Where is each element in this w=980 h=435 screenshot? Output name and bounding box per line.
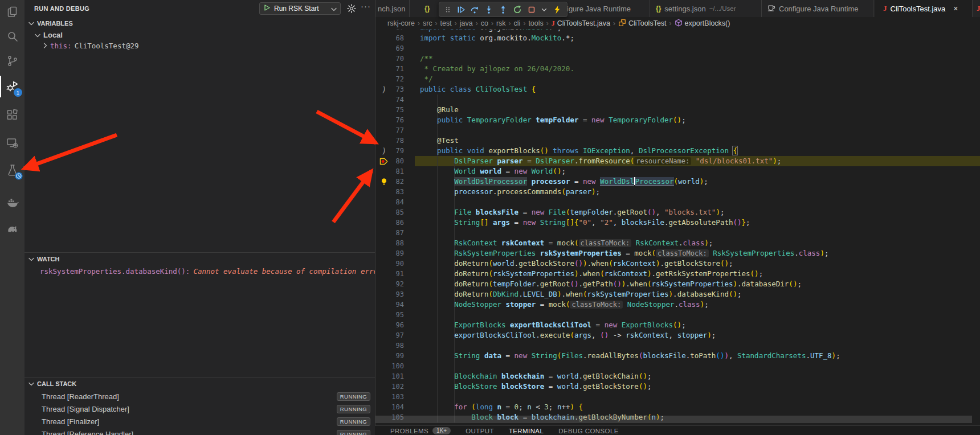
chevron-down-icon[interactable] [541, 6, 548, 13]
more-actions-icon[interactable]: ··· [361, 1, 371, 11]
gutter[interactable] [378, 33, 390, 43]
tab-configure-java-runtime-partial[interactable]: igure Java Runtime [567, 0, 631, 17]
tab-clitoolstest-java[interactable]: JCliToolsTest.java× [883, 0, 958, 17]
breadcrumb-item[interactable]: co [481, 19, 488, 27]
gutter[interactable] [378, 330, 390, 340]
code-line-98[interactable]: 98 [375, 340, 980, 351]
step-into-icon[interactable] [484, 5, 493, 14]
line-number[interactable]: 84 [390, 197, 404, 207]
gutter[interactable] [378, 320, 390, 330]
breadcrumb-item[interactable]: rskj-core [387, 19, 415, 27]
gear-icon[interactable] [347, 4, 356, 15]
gutter[interactable] [378, 299, 390, 310]
code-line-71[interactable]: 71 * Created by ajlopez on 26/04/2020. [375, 64, 980, 74]
line-number[interactable]: 95 [390, 310, 404, 320]
line-number[interactable]: 93 [390, 289, 404, 299]
activity-item-extensions[interactable] [0, 103, 24, 128]
activity-item-gradle[interactable] [0, 217, 24, 242]
line-number[interactable]: 78 [390, 136, 404, 146]
variable-this[interactable]: this: CliToolsTest@29 [24, 40, 375, 51]
tab-next-java-file[interactable]: J [977, 0, 980, 17]
code-line-87[interactable]: 87 [375, 228, 980, 238]
panel-tab-debug-console[interactable]: DEBUG CONSOLE [558, 428, 619, 434]
gutter[interactable] [378, 43, 390, 54]
code-line-73[interactable]: )73public class CliToolsTest { [375, 84, 980, 95]
gutter[interactable] [378, 402, 390, 412]
stop-icon[interactable] [527, 5, 536, 14]
step-out-icon[interactable] [499, 5, 508, 14]
gutter[interactable] [378, 392, 390, 402]
stackframe-arc-icon[interactable]: ) [378, 84, 390, 95]
gutter[interactable] [378, 197, 390, 207]
call-stack-header[interactable]: CALL STACK [24, 377, 375, 390]
code-line-84[interactable]: 84 [375, 197, 980, 207]
line-number[interactable]: 102 [390, 381, 404, 392]
close-icon[interactable]: × [953, 4, 958, 13]
gutter[interactable] [378, 310, 390, 320]
code-line-95[interactable]: 95 [375, 310, 980, 320]
line-number[interactable]: 74 [390, 95, 404, 105]
call-stack-thread[interactable]: Thread [Reference Handler]RUNNING [24, 428, 375, 435]
continue-icon[interactable] [456, 5, 466, 14]
activity-item-source-control[interactable] [0, 49, 24, 74]
line-number[interactable]: 68 [390, 33, 404, 43]
code-line-85[interactable]: 85 File blocksFile = new File(tempFolder… [375, 207, 980, 217]
variables-header[interactable]: VARIABLES [24, 17, 375, 30]
line-number[interactable]: 94 [390, 299, 404, 310]
breadcrumb-item[interactable]: cli [514, 19, 521, 27]
code-line-94[interactable]: 94 NodeStopper stopper = mock(classToMoc… [375, 299, 980, 310]
gutter[interactable] [378, 371, 390, 381]
gutter[interactable] [378, 289, 390, 299]
code-line-75[interactable]: 75 @Rule [375, 105, 980, 115]
code-line-82[interactable]: 82 WorldDslProcessor processor = new Wor… [375, 177, 980, 187]
breadcrumb-item[interactable]: CliToolsTest [618, 19, 667, 28]
line-number[interactable]: 86 [390, 217, 404, 228]
gutter[interactable] [378, 258, 390, 269]
code-line-99[interactable]: 99 String data = new String(Files.readAl… [375, 351, 980, 361]
watch-expression[interactable]: rskSystemProperties.databaseKind(): Cann… [24, 265, 375, 277]
line-number[interactable]: 96 [390, 320, 404, 330]
line-number[interactable]: 73 [390, 84, 404, 95]
code-line-74[interactable]: 74 [375, 95, 980, 105]
tab-launch-json[interactable]: nch.json [378, 0, 405, 17]
code-editor[interactable]: 67import static org.junit.Assert.*;68imp… [375, 30, 980, 435]
gutter[interactable] [378, 105, 390, 115]
code-line-91[interactable]: 91 doReturn(rskSystemProperties).when(rs… [375, 269, 980, 279]
gutter[interactable] [378, 136, 390, 146]
activity-item-search[interactable] [0, 24, 24, 50]
code-line-80[interactable]: 80 DslParser parser = DslParser.fromReso… [375, 156, 980, 166]
line-number[interactable]: 85 [390, 207, 404, 217]
line-number[interactable]: 97 [390, 330, 404, 340]
line-number[interactable]: 99 [390, 351, 404, 361]
gutter[interactable] [378, 228, 390, 238]
code-line-92[interactable]: 92 doReturn(tempFolder.getRoot().getPath… [375, 279, 980, 289]
line-number[interactable]: 90 [390, 258, 404, 269]
line-number[interactable]: 72 [390, 74, 404, 84]
line-number[interactable]: 92 [390, 279, 404, 289]
lightbulb-icon[interactable] [378, 177, 390, 187]
gutter[interactable] [378, 54, 390, 64]
gutter[interactable] [378, 238, 390, 248]
code-line-97[interactable]: 97 exportBlocksCliTool.execute(args, () … [375, 330, 980, 340]
code-line-104[interactable]: 104 for (long n = 0; n < 3; n++) { [375, 402, 980, 412]
line-number[interactable]: 79 [390, 146, 404, 156]
code-line-68[interactable]: 68import static org.mockito.Mockito.*; [375, 33, 980, 43]
gutter[interactable] [378, 340, 390, 351]
gutter[interactable] [378, 125, 390, 136]
line-number[interactable]: 70 [390, 54, 404, 64]
code-line-81[interactable]: 81 World world = new World(); [375, 166, 980, 177]
line-number[interactable]: 77 [390, 125, 404, 136]
code-line-103[interactable]: 103 [375, 392, 980, 402]
line-number[interactable]: 87 [390, 228, 404, 238]
code-line-102[interactable]: 102 BlockStore blockStore = world.getBlo… [375, 381, 980, 392]
line-number[interactable]: 101 [390, 371, 404, 381]
code-line-90[interactable]: 90 doReturn(world.getBlockStore()).when(… [375, 258, 980, 269]
breadcrumb-item[interactable]: JCliToolsTest.java [552, 19, 610, 28]
line-number[interactable]: 75 [390, 105, 404, 115]
code-line-76[interactable]: 76 public TemporaryFolder tempFolder = n… [375, 115, 980, 125]
call-stack-thread[interactable]: Thread [Finalizer]RUNNING [24, 415, 375, 428]
tab-json-file[interactable]: {} [424, 0, 430, 17]
activity-item-test-explorer[interactable] [0, 158, 24, 183]
line-number[interactable]: 81 [390, 166, 404, 177]
code-line-101[interactable]: 101 Blockchain blockchain = world.getBlo… [375, 371, 980, 381]
